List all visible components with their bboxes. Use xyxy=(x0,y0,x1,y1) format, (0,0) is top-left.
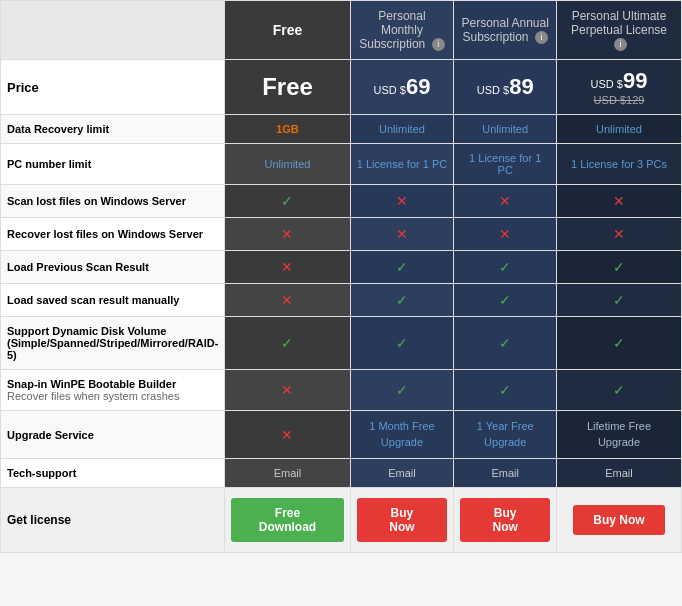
row-dynamic-disk: Support Dynamic Disk Volume (Simple/Span… xyxy=(1,317,682,370)
feature-winpe-builder: Snap-in WinPE Bootable BuilderRecover fi… xyxy=(1,370,225,411)
row-upgrade-service: Upgrade Service ✕ 1 Month FreeUpgrade 1 … xyxy=(1,411,682,459)
row-recover-windows-server: Recover lost files on Windows Server ✕ ✕… xyxy=(1,218,682,251)
row-load-scan-result: Load Previous Scan Result ✕ ✓ ✓ ✓ xyxy=(1,251,682,284)
ultimate-info-icon[interactable]: i xyxy=(614,38,627,51)
feature-scan-windows-server: Scan lost files on Windows Server xyxy=(1,185,225,218)
feature-dynamic-disk: Support Dynamic Disk Volume (Simple/Span… xyxy=(1,317,225,370)
feature-load-scan-result: Load Previous Scan Result xyxy=(1,251,225,284)
row-scan-windows-server: Scan lost files on Windows Server ✓ ✕ ✕ … xyxy=(1,185,682,218)
row-data-recovery: Data Recovery limit 1GB Unlimited Unlimi… xyxy=(1,115,682,144)
feature-load-saved-scan: Load saved scan result manually xyxy=(1,284,225,317)
buy-monthly-cell: Buy Now xyxy=(350,488,454,553)
get-license-label: Get license xyxy=(1,488,225,553)
price-ultimate: USD $99 USD $129 xyxy=(556,60,681,115)
header-feature xyxy=(1,1,225,60)
price-annual: USD $89 xyxy=(454,60,557,115)
free-download-cell: Free Download xyxy=(225,488,350,553)
price-row: Price Free USD $69 USD $89 USD $99 USD $… xyxy=(1,60,682,115)
feature-recover-windows-server: Recover lost files on Windows Server xyxy=(1,218,225,251)
row-winpe-builder: Snap-in WinPE Bootable BuilderRecover fi… xyxy=(1,370,682,411)
buy-ultimate-button[interactable]: Buy Now xyxy=(573,505,664,535)
monthly-info-icon[interactable]: i xyxy=(432,38,445,51)
free-download-button[interactable]: Free Download xyxy=(231,498,343,542)
header-free: Free xyxy=(225,1,350,60)
feature-pc-limit: PC number limit xyxy=(1,144,225,185)
header-annual: Personal Annual Subscription i xyxy=(454,1,557,60)
feature-data-recovery: Data Recovery limit xyxy=(1,115,225,144)
annual-info-icon[interactable]: i xyxy=(535,31,548,44)
feature-tech-support: Tech-support xyxy=(1,459,225,488)
buy-annual-cell: Buy Now xyxy=(454,488,557,553)
price-free: Free xyxy=(225,60,350,115)
buy-annual-button[interactable]: Buy Now xyxy=(460,498,550,542)
row-load-saved-scan: Load saved scan result manually ✕ ✓ ✓ ✓ xyxy=(1,284,682,317)
buy-ultimate-cell: Buy Now xyxy=(556,488,681,553)
header-ultimate: Personal Ultimate Perpetual License i xyxy=(556,1,681,60)
row-tech-support: Tech-support Email Email Email Email xyxy=(1,459,682,488)
price-monthly: USD $69 xyxy=(350,60,454,115)
row-get-license: Get license Free Download Buy Now Buy No… xyxy=(1,488,682,553)
pricing-table: Free Personal Monthly Subscription i Per… xyxy=(0,0,682,553)
header-row: Free Personal Monthly Subscription i Per… xyxy=(1,1,682,60)
row-pc-limit: PC number limit Unlimited 1 License for … xyxy=(1,144,682,185)
feature-upgrade-service: Upgrade Service xyxy=(1,411,225,459)
buy-monthly-button[interactable]: Buy Now xyxy=(357,498,448,542)
price-label: Price xyxy=(1,60,225,115)
header-monthly: Personal Monthly Subscription i xyxy=(350,1,454,60)
